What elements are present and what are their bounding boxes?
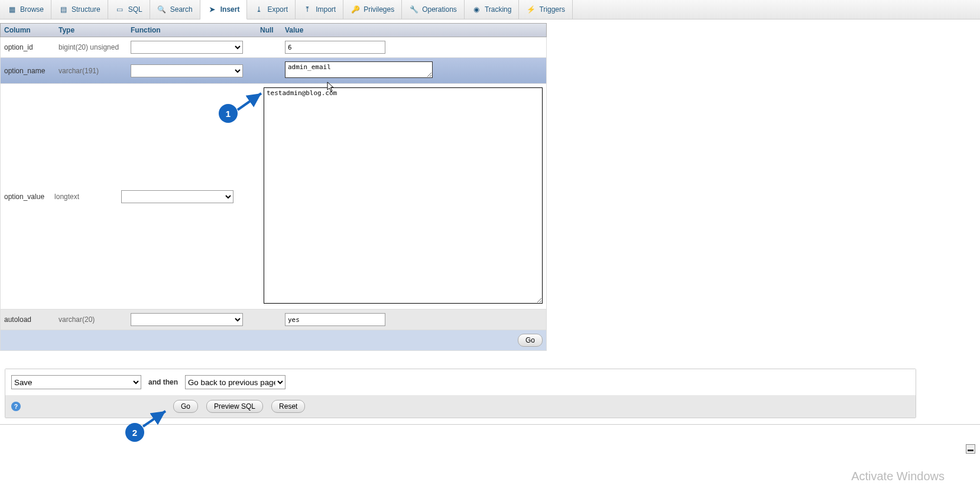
tab-label: Tracking [485,5,512,14]
tab-label: SQL [128,5,142,14]
after-action-select[interactable]: Go back to previous page [185,375,285,389]
tab-label: Structure [72,5,100,14]
tab-label: Triggers [539,5,565,14]
header-function[interactable]: Function [127,24,257,37]
value-input-autoload[interactable] [285,313,385,326]
go-button-inline[interactable]: Go [518,334,543,347]
tab-label: Import [316,5,336,14]
top-tabs: ▦Browse ▤Structure ▭SQL 🔍Search ➤Insert … [0,0,980,19]
tab-label: Operations [422,5,457,14]
value-input-option-id[interactable] [285,41,385,54]
help-icon[interactable]: ? [11,402,21,411]
column-type: varchar(20) [55,312,127,327]
go-row: Go [0,330,547,351]
sql-icon: ▭ [115,5,125,14]
tracking-icon: ◉ [472,5,481,14]
column-type: varchar(191) [55,63,127,79]
privileges-icon: 🔑 [351,5,360,14]
tab-structure[interactable]: ▤Structure [51,0,108,19]
browse-icon: ▦ [7,5,17,14]
insert-form: Column Type Function Null Value option_i… [0,23,547,351]
save-mode-select[interactable]: Save [11,375,141,389]
tab-export[interactable]: ⤓Export [247,0,296,19]
column-type: bigint(20) unsigned [55,40,127,55]
row-option-value: option_value longtext testadmin@blog.com [0,84,547,310]
function-select-autoload[interactable] [131,313,243,326]
header-type: Type [55,24,127,37]
tab-label: Insert [220,5,240,14]
row-option-id: option_id bigint(20) unsigned [0,37,547,58]
import-icon: ⤒ [303,5,312,14]
value-input-option-name[interactable]: admin_email [285,61,433,78]
tab-label: Search [170,5,193,14]
bottom-panel: Save and then Go back to previous page ?… [5,369,916,418]
column-name: autoload [1,312,55,327]
tab-label: Export [267,5,288,14]
tab-sql[interactable]: ▭SQL [108,0,150,19]
column-name: option_id [1,40,55,55]
function-select-option-name[interactable] [131,64,243,77]
triggers-icon: ⚡ [526,5,536,14]
row-autoload: autoload varchar(20) [0,310,547,330]
tab-label: Browse [20,5,44,14]
value-input-option-value[interactable]: testadmin@blog.com [264,87,543,304]
go-button[interactable]: Go [173,400,198,413]
column-type: longtext [51,189,118,204]
function-select-option-value[interactable] [121,190,233,203]
bottom-row-2: ? Go Preview SQL Reset [5,395,916,418]
header-value[interactable]: Value [281,24,546,37]
footer-divider [0,424,980,431]
tab-label: Privileges [364,5,394,14]
tab-insert[interactable]: ➤Insert [200,0,248,19]
search-icon: 🔍 [157,5,167,14]
tab-tracking[interactable]: ◉Tracking [465,0,520,19]
preview-sql-button[interactable]: Preview SQL [206,400,263,413]
function-select-option-id[interactable] [131,41,243,54]
row-option-name: option_name varchar(191) admin_email [0,58,547,84]
column-name: option_name [1,63,55,79]
column-name: option_value [1,189,51,204]
tab-triggers[interactable]: ⚡Triggers [519,0,573,19]
tab-operations[interactable]: 🔧Operations [402,0,465,19]
tab-browse[interactable]: ▦Browse [0,0,51,19]
reset-button[interactable]: Reset [271,400,305,413]
tab-privileges[interactable]: 🔑Privileges [343,0,402,19]
insert-icon: ➤ [207,5,217,14]
header-null: Null [257,24,281,37]
header-column: Column [1,24,55,37]
and-then-label: and then [148,378,178,386]
operations-icon: 🔧 [409,5,418,14]
tab-search[interactable]: 🔍Search [150,0,200,19]
header-row: Column Type Function Null Value [0,23,547,37]
tab-import[interactable]: ⤒Import [296,0,343,19]
structure-icon: ▤ [59,5,68,14]
bottom-row-1: Save and then Go back to previous page [5,369,916,395]
export-icon: ⤓ [254,5,264,14]
